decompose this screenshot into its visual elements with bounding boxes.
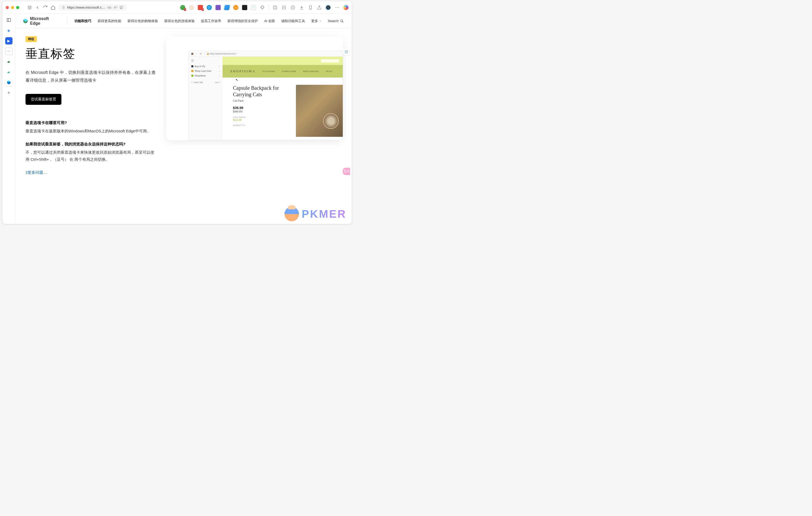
ext-icon-9[interactable]: 📄 [251,5,256,10]
more-menu-icon[interactable] [335,5,340,10]
rail-tab-play[interactable]: ▶ [5,37,12,44]
demo-product-sub: Cat-Pack [233,99,288,102]
demo-product-price: $36.99 [233,106,288,110]
watermark-icon [285,207,299,221]
nav-security[interactable]: 获得增强的安全保护 [228,19,258,23]
rail-tab-subtitle[interactable]: ⋯ [5,48,12,55]
brand[interactable]: Microsoft Edge [23,17,60,26]
refresh-button[interactable] [43,5,48,10]
url-text: https://www.microsoft.c… [67,5,105,9]
address-bar[interactable]: https://www.microsoft.c… aあ A)) [58,4,127,11]
profile-avatar[interactable] [326,5,331,10]
watermark: PKMER [285,207,346,221]
rail-panel-toggle[interactable] [5,17,12,24]
svg-rect-12 [7,19,11,22]
demo-save-value: $12.00 [233,118,288,121]
chevron-down-icon [319,20,322,22]
demo-product-title: Capsule Backpack for Carrying Cats [233,85,288,98]
try-vertical-tabs-button[interactable]: 尝试垂直标签页 [26,94,61,105]
mobile-icon[interactable] [308,5,313,10]
home-button[interactable] [51,5,56,10]
browser-chrome-bar: https://www.microsoft.c… aあ A)) 1 2 📄 [3,1,352,14]
split-screen-icon[interactable] [272,5,278,10]
ext-icon-4[interactable] [207,5,212,10]
feature-article: 特征 垂直标签 在 Microsoft Edge 中，切换到垂直选项卡以保持井井… [26,36,156,224]
workspace-icon[interactable] [27,5,32,10]
demo-product-oldprice: $48.99 [233,110,288,113]
demo-panel-icon [191,59,221,64]
favorite-star-icon[interactable] [119,5,123,9]
demo-tab-2: Shop Love Give× [191,69,221,73]
share-icon[interactable] [317,5,322,10]
rail-tab-flag1[interactable]: ▰ [5,58,12,65]
faq-answer-2: 不，您可以通过关闭垂直选项卡来快速更改回原始浏览器布局，甚至可以使用 Ctrl+… [26,149,156,163]
demo-favicon [191,53,193,55]
close-window-button[interactable] [6,6,9,9]
nav-more[interactable]: 更多 [311,19,322,23]
ext-icon-2[interactable] [189,5,194,10]
nav-accessibility[interactable]: 辅助功能和工具 [281,19,305,23]
demo-tab-1: Buy In Fly× [191,64,221,69]
rail-tab-flag2[interactable]: ▰ [5,68,12,76]
downloads-icon[interactable] [299,5,304,10]
ext-icon-3[interactable]: 2 [198,5,203,10]
svg-rect-0 [63,7,64,8]
rail-tab-edge[interactable] [5,79,12,86]
edge-logo-icon [23,19,28,24]
maximize-window-button[interactable] [16,6,19,9]
demo-refresh-icon: ⟳ [200,53,202,55]
search-icon [340,19,344,23]
traffic-lights [6,6,19,9]
faq-answer-1: 垂直选项卡在最新版本的Windows和MacOS上的Microsoft Edge… [26,127,156,134]
extensions-toolbar: 1 2 📄 [180,5,348,10]
demo-back-icon: ← [196,53,198,55]
demo-save-label: YOU SAVE: [233,116,288,118]
rail-tab-diamond[interactable]: ◆ [5,27,12,34]
nav-ai[interactable]: AI 创新 [264,19,275,23]
demo-vertical-tabs: Buy In Fly× Shop Love Give× Shopisima× +… [189,57,223,140]
demo-qty-label: QUANTITY [233,124,288,126]
translate-widget-icon[interactable]: 文A [343,168,350,175]
back-button[interactable] [35,5,40,10]
ext-icon-7[interactable] [233,5,238,10]
svg-point-9 [336,7,336,7]
svg-line-17 [343,21,344,22]
demo-screenshot: ← ⟳ 🔒 https://www.shopisima.com/ Buy In … [166,36,343,140]
nav-shopping[interactable]: 获得出色的购物体验 [127,19,158,23]
rail-new-tab[interactable]: + [5,89,12,96]
demo-rendered-page: SHOPISIMA CLOTHING FURNITURE APPLIANCES … [223,57,343,140]
nav-performance[interactable]: 获得更高的性能 [97,19,121,23]
minimize-window-button[interactable] [11,6,14,9]
ext-icon-6[interactable] [224,5,230,10]
demo-browser-bar: ← ⟳ 🔒 https://www.shopisima.com/ [189,51,343,57]
page-title: 垂直标签 [26,46,156,62]
faq-question-1: 垂直选项卡在哪里可用? [26,120,156,125]
svg-point-16 [341,20,343,22]
collections-icon[interactable] [281,5,287,10]
nav-features[interactable]: 功能和技巧 [75,19,91,23]
ext-icon-8[interactable] [242,5,247,10]
sidebar-widget-icon[interactable] [343,48,350,55]
demo-new-tab: +New TabCtrl+T [191,80,221,85]
ext-icon-5[interactable] [215,5,221,10]
svg-point-10 [337,7,337,7]
page-description: 在 Microsoft Edge 中，切换到垂直选项卡以保持井井有条，在屏幕上查… [26,69,156,85]
nav-productivity[interactable]: 提高工作效率 [201,19,221,23]
extensions-menu-icon[interactable] [260,5,265,10]
vertical-tab-rail: ◆ ▶ ⋯ ▰ ▰ + [3,14,15,224]
reader-icon[interactable]: A)) [114,5,117,9]
ext-icon-1[interactable]: 1 [180,5,185,10]
demo-site-logo: SHOPISIMA [230,69,256,73]
search-button[interactable]: Search [328,19,344,23]
demo-url: 🔒 https://www.shopisima.com/ [204,52,238,55]
demo-tab-3: Shopisima× [191,73,221,78]
site-header: Microsoft Edge 功能和技巧 获得更高的性能 获得出色的购物体验 获… [15,14,352,28]
history-icon[interactable] [290,5,295,10]
nav-gaming[interactable]: 获得出色的游戏体验 [164,19,195,23]
copilot-icon[interactable] [343,5,348,10]
more-questions-link[interactable]: 2更多问题… [26,170,156,175]
faq-question-2: 如果我尝试垂直标签，我的浏览器会永远保持这种状态吗? [26,142,156,147]
translate-indicator[interactable]: aあ [107,5,112,9]
svg-point-11 [338,7,339,7]
svg-rect-18 [192,60,194,62]
